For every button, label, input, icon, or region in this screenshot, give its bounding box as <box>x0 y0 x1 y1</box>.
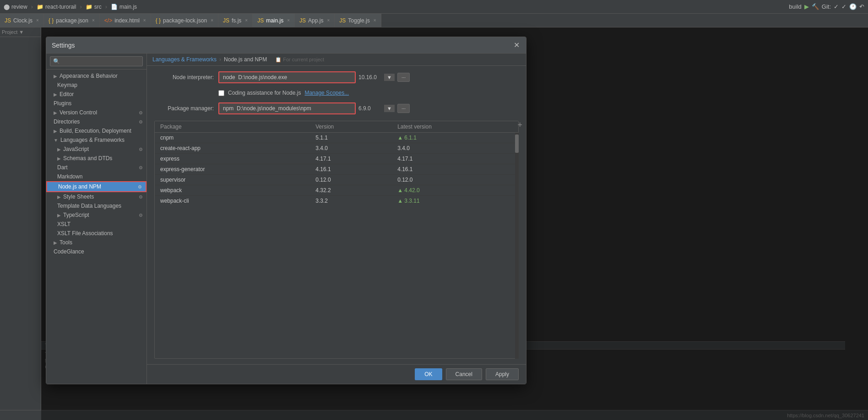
table-row[interactable]: create-react-app3.4.03.4.0 <box>155 143 518 154</box>
package-table-wrapper: Package Version Latest version cnpm5.1.1… <box>154 121 519 359</box>
build-icon[interactable]: 🔨 <box>812 3 819 10</box>
manage-scopes-link[interactable]: Manage Scopes... <box>304 90 349 96</box>
git-controls: build ▶ 🔨 Git: ✓ ✓ 🕐 ↶ <box>789 3 864 10</box>
cell-version: 4.32.2 <box>310 185 392 196</box>
table-row[interactable]: express4.17.14.17.1 <box>155 154 518 164</box>
table-add-button[interactable]: + <box>517 121 522 129</box>
tab-packagejson[interactable]: { } package.json × <box>44 14 100 27</box>
git-clock-icon[interactable]: 🕐 <box>849 3 857 10</box>
tab-close-packagelockjson[interactable]: × <box>211 18 213 23</box>
tab-icon-packagejson: { } <box>49 17 54 24</box>
content-panel: Languages & Frameworks › Node.js and NPM… <box>147 54 526 384</box>
tree-item-nodejs[interactable]: Node.js and NPM ⚙ <box>46 181 146 192</box>
breadcrumb-current: Node.js and NPM <box>224 56 267 63</box>
cancel-button[interactable]: Cancel <box>446 368 482 380</box>
tree-search-input[interactable] <box>50 56 143 66</box>
tab-packagelockjson[interactable]: { } package-lock.json × <box>151 14 218 27</box>
ok-button[interactable]: OK <box>415 368 442 380</box>
tab-mainjs[interactable]: JS main.js × <box>253 14 295 27</box>
cell-package: cnpm <box>155 133 310 143</box>
table-row[interactable]: webpack-cli3.3.2▲ 3.3.11 <box>155 196 518 206</box>
content-main: Node interpreter: 10.16.0 ▼ ··· <box>147 66 526 364</box>
node-interpreter-input[interactable] <box>219 72 355 82</box>
modal-overlay: Settings ✕ ▶ Appearance & Behavior Keyma… <box>41 27 868 420</box>
tab-appjs[interactable]: JS App.js × <box>295 14 335 27</box>
project-panel-header: Project ▼ <box>0 27 41 37</box>
tree-item-appearance[interactable]: ▶ Appearance & Behavior <box>46 71 146 81</box>
ss-icon: ⚙ <box>139 194 143 199</box>
cell-latest: 0.12.0 <box>392 175 518 185</box>
node-interpreter-dropdown[interactable]: ▼ <box>384 74 395 81</box>
tab-togglejs[interactable]: JS Toggle.js × <box>335 14 381 27</box>
package-table: Package Version Latest version cnpm5.1.1… <box>155 121 518 206</box>
dialog-body: ▶ Appearance & Behavior Keymap ▶ Editor … <box>46 54 526 384</box>
git-check-icon[interactable]: ✓ <box>834 3 839 10</box>
package-manager-input[interactable] <box>219 103 355 113</box>
tab-fsjs[interactable]: JS fs.js × <box>218 14 253 27</box>
tab-close-clockjs[interactable]: × <box>36 18 39 23</box>
tab-label-togglejs: Toggle.js <box>348 17 369 24</box>
coding-assistance-label: Coding assistance for Node.js <box>228 90 301 96</box>
tree-label-codeglance: CodeGlance <box>54 248 84 255</box>
tree-item-version-control[interactable]: ▶ Version Control ⚙ <box>46 108 146 117</box>
tree-item-build[interactable]: ▶ Build, Execution, Deployment <box>46 126 146 135</box>
tab-clockjs[interactable]: JS Clock.js × <box>0 14 44 27</box>
table-scrollbar[interactable] <box>515 133 519 359</box>
run-icon[interactable]: ▶ <box>804 3 809 10</box>
table-row[interactable]: cnpm5.1.1▲ 6.1.1 <box>155 133 518 143</box>
table-row[interactable]: express-generator4.16.14.16.1 <box>155 164 518 175</box>
tree-label-keymap: Keymap <box>57 82 77 88</box>
tree-item-languages[interactable]: ▼ Languages & Frameworks <box>46 135 146 145</box>
undo-icon[interactable]: ↶ <box>859 3 864 10</box>
tree-label-build: Build, Execution, Deployment <box>60 128 131 134</box>
tab-close-togglejs[interactable]: × <box>374 18 376 23</box>
tab-indexhtml[interactable]: </> index.html × <box>100 14 151 27</box>
table-row[interactable]: webpack4.32.2▲ 4.42.0 <box>155 185 518 196</box>
package-manager-row: Package manager: 6.9.0 ▼ ··· <box>154 102 519 114</box>
cell-package: create-react-app <box>155 143 310 154</box>
breadcrumb-root[interactable]: Languages & Frameworks <box>152 56 217 63</box>
package-manager-input-wrapper: 6.9.0 ▼ ··· <box>218 102 519 114</box>
tree-item-dart[interactable]: Dart ⚙ <box>46 163 146 172</box>
package-manager-dropdown[interactable]: ▼ <box>384 105 395 112</box>
tab-close-packagejson[interactable]: × <box>92 18 95 23</box>
tree-label-xslt: XSLT <box>57 221 71 227</box>
tree-item-plugins[interactable]: Plugins <box>46 99 146 108</box>
tree-item-directories[interactable]: Directories ⚙ <box>46 117 146 126</box>
tree-label-tools: Tools <box>60 239 72 246</box>
tree-item-markdown[interactable]: Markdown <box>46 172 146 181</box>
tab-close-appjs[interactable]: × <box>327 18 330 23</box>
tab-close-indexhtml[interactable]: × <box>143 18 146 23</box>
tree-item-template[interactable]: Template Data Languages <box>46 201 146 210</box>
cell-version: 5.1.1 <box>310 133 392 143</box>
tab-close-fsjs[interactable]: × <box>245 18 248 23</box>
tree-item-codeglance[interactable]: CodeGlance <box>46 247 146 256</box>
file-icon-1: 📄 <box>111 4 118 10</box>
package-table-container: Package Version Latest version cnpm5.1.1… <box>154 121 519 359</box>
tab-close-mainjs[interactable]: × <box>287 18 290 23</box>
tree-item-typescript[interactable]: ▶ TypeScript ⚙ <box>46 210 146 220</box>
table-row[interactable]: supervisor0.12.00.12.0 <box>155 175 518 185</box>
tree-item-tools[interactable]: ▶ Tools <box>46 238 146 247</box>
coding-assistance-checkbox[interactable] <box>218 90 224 96</box>
tree-item-schemas[interactable]: ▶ Schemas and DTDs <box>46 154 146 163</box>
cell-version: 3.4.0 <box>310 143 392 154</box>
package-manager-more[interactable]: ··· <box>397 104 410 113</box>
tab-label-appjs: App.js <box>308 17 323 24</box>
tree-item-stylesheets[interactable]: ▶ Style Sheets ⚙ <box>46 192 146 201</box>
tree-label-template: Template Data Languages <box>57 203 121 209</box>
settings-dialog: Settings ✕ ▶ Appearance & Behavior Keyma… <box>46 37 526 384</box>
tab-label-packagelockjson: package-lock.json <box>163 17 207 24</box>
tree-item-editor[interactable]: ▶ Editor <box>46 90 146 99</box>
tree-item-keymap[interactable]: Keymap <box>46 81 146 90</box>
apply-button[interactable]: Apply <box>486 368 519 380</box>
cell-package: express-generator <box>155 164 310 175</box>
tree-item-xslt-file[interactable]: XSLT File Associations <box>46 229 146 238</box>
tree-label-dart: Dart <box>57 164 68 171</box>
project-note-icon: 📋 <box>275 57 282 62</box>
node-interpreter-more[interactable]: ··· <box>397 73 410 82</box>
git-x-icon[interactable]: ✓ <box>841 3 846 10</box>
dialog-close-button[interactable]: ✕ <box>512 41 521 49</box>
tree-item-xslt[interactable]: XSLT <box>46 220 146 229</box>
tree-item-javascript[interactable]: ▶ JavaScript ⚙ <box>46 145 146 154</box>
